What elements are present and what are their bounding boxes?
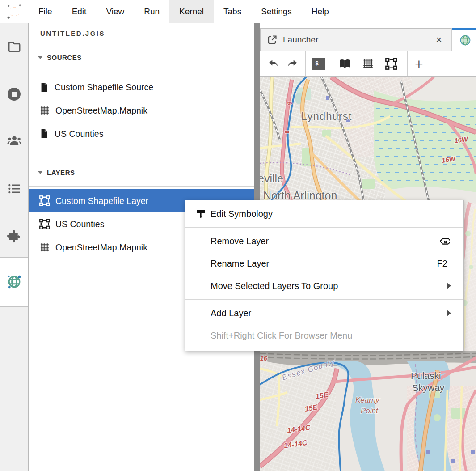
map-label: Point [361,407,379,415]
vector-polygon-icon [385,58,397,70]
map-label: Kearny [355,396,380,404]
menu-item-browser-menu-hint: Shift+Right Click For Browser Menu [185,324,463,347]
layers-header-label: LAYERS [47,169,75,176]
main-menu-bar: File Edit View Run Kernel Tabs Settings … [0,0,476,23]
map-label: eville [260,172,283,185]
add-raster-button[interactable] [358,54,378,74]
source-label: US Counties [55,129,103,139]
book-icon [339,58,351,70]
panel-document-title: UNTITLED.JGIS [29,23,254,43]
jupyter-logo [0,0,29,23]
vector-layer-icon [39,219,50,229]
menu-item-label: Move Selected Layers To Group [211,281,447,291]
table-of-contents-icon[interactable] [0,173,28,205]
running-kernels-icon[interactable] [0,78,28,110]
source-item-custom-shapefile[interactable]: Custom Shapefile Source [29,76,254,99]
layer-label: OpenStreetMap.Mapnik [55,242,147,253]
add-vector-button[interactable] [381,54,401,74]
map-label: Lyndhurst [301,110,352,122]
menu-item-move-layers-to-group[interactable]: Move Selected Layers To Group [185,275,463,297]
active-tab-accent [452,28,476,30]
raster-grid-icon [362,58,374,70]
submenu-arrow-icon [447,310,451,316]
menu-settings[interactable]: Settings [251,0,302,23]
menu-item-edit-symbology[interactable]: Edit Symbology [185,203,463,225]
source-label: OpenStreetMap.Mapnik [55,106,147,116]
menu-item-label: Rename Layer [211,259,437,269]
sources-header-label: SOURCES [47,54,82,61]
vector-layer-icon [39,195,50,206]
map-label: 16 [260,355,267,362]
file-icon [39,129,49,139]
undo-icon [267,58,279,70]
source-item-openstreetmap[interactable]: OpenStreetMap.Mapnik [29,99,254,122]
tab-jgis-map[interactable] [451,28,476,51]
map-label: Skyway [412,382,445,393]
activity-bar [0,23,29,471]
layer-label: US Counties [55,219,104,229]
file-browser-icon[interactable] [0,31,28,63]
tab-launcher-label: Launcher [283,35,436,45]
paint-icon [195,208,206,219]
toolbar-separator [407,51,408,76]
close-icon[interactable]: × [436,34,442,45]
menu-item-label: Remove Layer [211,236,438,246]
raster-grid-icon [39,105,50,116]
identify-book-button[interactable] [335,54,354,74]
menu-file[interactable]: File [29,0,62,23]
redo-button[interactable] [283,54,303,74]
layer-label: Custom Shapefile Layer [55,196,148,206]
menu-item-remove-layer[interactable]: Remove Layer [185,230,463,252]
menu-view[interactable]: View [96,0,134,23]
toolbar-separator [305,51,306,76]
menu-item-add-layer[interactable]: Add Layer [185,302,463,324]
raster-grid-icon [39,242,50,253]
menu-divider [185,299,463,300]
file-icon [39,82,49,92]
collapse-caret-icon [38,171,43,174]
collaboration-icon[interactable] [0,125,28,157]
menu-item-label: Add Layer [211,308,447,318]
redo-icon [287,58,299,70]
undo-button[interactable] [263,54,283,74]
add-button[interactable]: + [410,57,428,71]
menu-tabs[interactable]: Tabs [214,0,251,23]
extension-manager-icon[interactable] [0,220,28,252]
sources-list: Custom Shapefile Source OpenStreetMap.Ma… [29,72,254,145]
jupyter-logo-icon [6,3,23,20]
toolbar-separator [332,51,332,76]
menu-run[interactable]: Run [134,0,169,23]
collapse-caret-icon [38,56,43,59]
menu-kernel[interactable]: Kernel [169,0,214,23]
menu-item-label: Edit Symbology [211,209,451,219]
shortcut-label: F2 [437,259,447,269]
tab-launcher[interactable]: Launcher × [260,28,451,51]
source-label: Custom Shapefile Source [55,82,153,93]
submenu-arrow-icon [447,283,451,289]
layer-context-menu: Edit Symbology Remove Layer Rename Layer… [185,200,464,351]
menu-item-label: Shift+Right Click For Browser Menu [211,331,451,341]
sources-section-header[interactable]: SOURCES [29,43,254,72]
menu-edit[interactable]: Edit [62,0,97,23]
jupytergis-globe-icon[interactable] [0,266,28,298]
menu-help[interactable]: Help [302,0,339,23]
terminal-button[interactable]: $_ [312,58,325,70]
map-label: Pulaski [411,370,441,381]
menu-item-rename-layer[interactable]: Rename Layer F2 [185,252,463,275]
remove-tag-icon [438,235,450,247]
layers-section-header[interactable]: LAYERS [29,158,254,187]
menu-divider [185,227,463,228]
jgis-globe-icon [459,34,472,47]
launcher-icon [267,34,278,45]
source-item-us-counties[interactable]: US Counties [29,122,254,145]
map-toolbar: $_ + [260,51,476,77]
